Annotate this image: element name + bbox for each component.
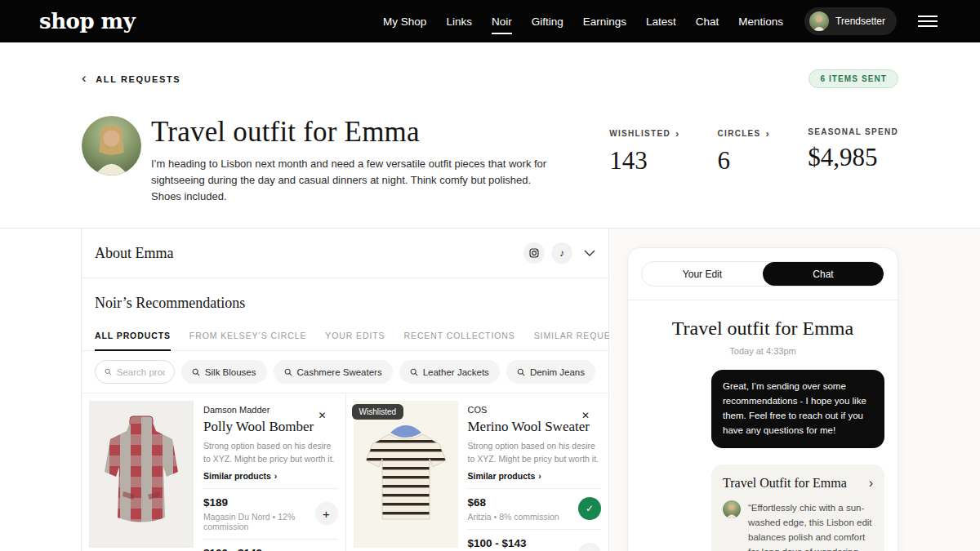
product-tabs: ALL PRODUCTS FROM KELSEY’S CIRCLE YOUR E… bbox=[82, 331, 608, 351]
add-product-button[interactable]: + bbox=[315, 502, 338, 525]
product-image-striped-tee[interactable] bbox=[354, 401, 458, 548]
divider bbox=[628, 300, 898, 300]
stat-seasonal-spend: SEASONAL SPEND $4,985 bbox=[808, 127, 898, 176]
nav-item-noir[interactable]: Noir bbox=[492, 11, 512, 33]
recommendations-title: Noir’s Recommendations bbox=[95, 295, 595, 312]
chat-message-bubble: Great, I’m sending over some recommendat… bbox=[711, 370, 884, 447]
search-icon bbox=[517, 368, 525, 376]
tiktok-icon[interactable]: ♪ bbox=[551, 242, 572, 264]
stat-seasonal-spend-value: $4,985 bbox=[808, 143, 898, 172]
price-range: $100 - $143 bbox=[203, 547, 315, 551]
tab-your-edits[interactable]: YOUR EDITS bbox=[325, 331, 385, 350]
edit-chat-toggle: Your Edit Chat bbox=[641, 261, 884, 287]
stat-circles[interactable]: CIRCLES› 6 bbox=[718, 127, 771, 176]
chip-label: Cashmere Sweaters bbox=[297, 367, 382, 377]
requester-avatar bbox=[82, 116, 141, 176]
tab-your-edit[interactable]: Your Edit bbox=[642, 262, 763, 286]
price-row: $189 Magasin Du Nord • 12% commission + bbox=[203, 496, 338, 531]
menu-icon[interactable] bbox=[915, 12, 941, 30]
chat-title: Travel outfit for Emma bbox=[628, 318, 898, 340]
edit-card-header[interactable]: Travel Outfit for Emma › bbox=[723, 476, 873, 491]
top-nav: shop my My Shop Links Noir Gifting Earni… bbox=[0, 0, 980, 42]
request-text: Travel outfit for Emma I’m heading to Li… bbox=[151, 116, 553, 205]
product-name: Merino Wool Sweater bbox=[468, 419, 602, 435]
user-badge-label: Trendsetter bbox=[835, 16, 885, 27]
chip-denim-jeans[interactable]: Denim Jeans bbox=[506, 360, 595, 384]
divider bbox=[468, 488, 602, 489]
added-product-button[interactable]: ✓ bbox=[578, 497, 601, 520]
product-note: Strong option based on his desire to XYZ… bbox=[468, 440, 602, 464]
price-range-row: $100 - $143 4 retailers • 8 - 12% commis… bbox=[203, 547, 338, 551]
stats: WISHLISTED› 143 CIRCLES› 6 SEASONAL SPEN… bbox=[609, 116, 898, 176]
app-logo[interactable]: shop my bbox=[39, 9, 135, 33]
edit-card-quote: “Effortlessly chic with a sun-washed edg… bbox=[748, 500, 873, 551]
similar-products-label: Similar products bbox=[203, 471, 271, 481]
request-title: Travel outfit for Emma bbox=[151, 116, 553, 149]
instagram-icon[interactable] bbox=[523, 242, 545, 264]
close-icon[interactable]: ✕ bbox=[581, 411, 590, 420]
product-note: Strong option based on his desire to XYZ… bbox=[203, 440, 338, 464]
about-section-header[interactable]: About Emma ♪ bbox=[82, 229, 608, 278]
close-icon[interactable]: ✕ bbox=[318, 411, 326, 420]
back-label: ALL REQUESTS bbox=[96, 74, 180, 84]
edit-card-title: Travel Outfit for Emma bbox=[723, 476, 847, 491]
nav-item-mentions[interactable]: Mentions bbox=[738, 11, 783, 33]
product-details: ✕ Damson Madder Polly Wool Bomber Strong… bbox=[203, 401, 338, 551]
nav-item-earnings[interactable]: Earnings bbox=[583, 11, 626, 33]
chip-cashmere-sweaters[interactable]: Cashmere Sweaters bbox=[274, 360, 393, 384]
tab-recent-collections[interactable]: RECENT COLLECTIONS bbox=[404, 331, 515, 350]
edit-card-quote-row: “Effortlessly chic with a sun-washed edg… bbox=[723, 500, 873, 551]
social-icons: ♪ bbox=[523, 242, 595, 264]
chevron-right-icon: › bbox=[274, 471, 278, 481]
product-price: $68 bbox=[468, 496, 559, 509]
request-header: Travel outfit for Emma I’m heading to Li… bbox=[82, 116, 898, 205]
tab-chat[interactable]: Chat bbox=[763, 262, 884, 286]
chat-timestamp: Today at 4:33pm bbox=[628, 346, 898, 356]
plus-icon: + bbox=[323, 507, 330, 521]
travel-outfit-edit-card[interactable]: Travel Outfit for Emma › “Effortlessly c… bbox=[711, 464, 884, 551]
product-grid: ✕ Damson Madder Polly Wool Bomber Strong… bbox=[82, 393, 608, 551]
chip-label: Leather Jackets bbox=[423, 367, 489, 377]
similar-products-link[interactable]: Similar products › bbox=[468, 471, 602, 481]
user-badge[interactable]: Trendsetter bbox=[804, 7, 897, 35]
expand-retailers-button[interactable] bbox=[578, 543, 601, 551]
chevron-right-icon: › bbox=[869, 476, 873, 491]
chevron-right-icon: › bbox=[766, 127, 771, 140]
screen: shop my My Shop Links Noir Gifting Earni… bbox=[0, 0, 980, 551]
price-row: $68 Aritzia • 8% commission ✓ bbox=[468, 496, 602, 522]
nav-item-links[interactable]: Links bbox=[446, 11, 472, 33]
product-card-merino-wool-sweater: Wishlisted ✕ COS Merino Wool Sweater Str… bbox=[345, 393, 609, 551]
stylist-avatar bbox=[723, 500, 741, 518]
similar-products-label: Similar products bbox=[468, 471, 536, 481]
stat-wishlisted[interactable]: WISHLISTED› 143 bbox=[609, 127, 679, 176]
chevron-right-icon: › bbox=[538, 471, 541, 481]
product-search[interactable] bbox=[95, 360, 175, 384]
chip-silk-blouses[interactable]: Silk Blouses bbox=[181, 360, 267, 384]
nav-item-chat[interactable]: Chat bbox=[696, 11, 719, 33]
nav-item-gifting[interactable]: Gifting bbox=[532, 11, 564, 33]
nav-item-my-shop[interactable]: My Shop bbox=[383, 11, 426, 33]
product-price: $189 bbox=[203, 496, 315, 509]
chat-panel: Your Edit Chat Travel outfit for Emma To… bbox=[627, 247, 898, 551]
wishlisted-badge: Wishlisted bbox=[352, 404, 404, 420]
search-icon bbox=[410, 368, 418, 376]
back-chevron-icon: ‹ bbox=[82, 71, 87, 85]
request-description: I’m heading to Lisbon next month and nee… bbox=[151, 156, 553, 205]
back-all-requests-link[interactable]: ‹ ALL REQUESTS bbox=[82, 73, 180, 85]
product-image-plaid-bomber[interactable] bbox=[89, 401, 194, 548]
nav-item-latest[interactable]: Latest bbox=[646, 11, 676, 33]
chip-leather-jackets[interactable]: Leather Jackets bbox=[399, 360, 500, 384]
search-icon bbox=[192, 368, 200, 376]
search-input[interactable] bbox=[117, 367, 165, 377]
product-card-polly-wool-bomber: ✕ Damson Madder Polly Wool Bomber Strong… bbox=[82, 393, 345, 551]
stat-wishlisted-label: WISHLISTED bbox=[609, 129, 670, 138]
similar-products-link[interactable]: Similar products › bbox=[203, 471, 338, 481]
tab-all-products[interactable]: ALL PRODUCTS bbox=[95, 331, 171, 350]
tab-from-kelseys-circle[interactable]: FROM KELSEY’S CIRCLE bbox=[189, 331, 306, 350]
search-icon bbox=[105, 367, 112, 376]
filter-row: Silk Blouses Cashmere Sweaters Leather J… bbox=[82, 351, 608, 393]
content: About Emma ♪ Noir’s Recommendations ALL … bbox=[0, 229, 980, 551]
user-avatar bbox=[809, 11, 829, 31]
nav-links: My Shop Links Noir Gifting Earnings Late… bbox=[383, 11, 783, 33]
collapse-about-button[interactable] bbox=[584, 250, 595, 256]
